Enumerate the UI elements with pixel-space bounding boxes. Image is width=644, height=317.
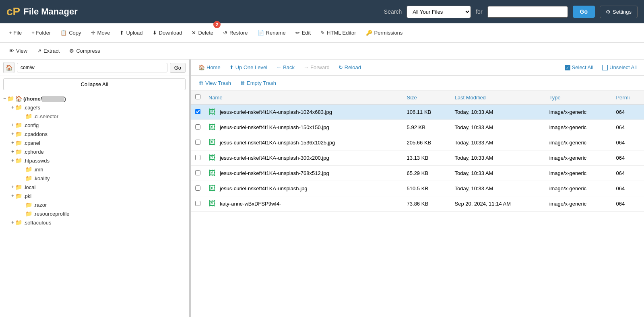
row-checkbox[interactable] bbox=[195, 170, 200, 175]
row-checkbox[interactable] bbox=[195, 109, 200, 114]
tree-item-local[interactable]: + 📁 .local bbox=[11, 183, 186, 191]
table-row[interactable]: 🖼 jesus-curiel-nskeft4t1KA-unsplash-1536… bbox=[191, 135, 644, 150]
row-name-cell: 🖼 jesus-curiel-nskeft4t1KA-unsplash-768x… bbox=[204, 166, 403, 181]
table-row[interactable]: 🖼 jesus-curiel-nskeft4t1KA-unsplash-300x… bbox=[191, 150, 644, 166]
html-editor-button[interactable]: ✎ HTML Editor bbox=[316, 23, 361, 42]
reload-button[interactable]: ↻ Reload bbox=[334, 62, 365, 72]
row-size-cell: 510.5 KB bbox=[403, 181, 451, 196]
tree-item-pki[interactable]: + 📁 .pki bbox=[11, 191, 186, 200]
file-name: jesus-curiel-nskeft4t1KA-unsplash-1536x1… bbox=[220, 140, 335, 146]
table-row[interactable]: 🖼 katy-anne-wBxDFSP9wI4- 73.86 KB Sep 20… bbox=[191, 196, 644, 212]
extract-button[interactable]: ↗ Extract bbox=[32, 43, 64, 59]
col-perms-header[interactable]: Permi bbox=[612, 91, 644, 104]
col-size-header[interactable]: Size bbox=[403, 91, 451, 104]
table-row[interactable]: 🖼 jesus-curiel-nskeft4t1KA-unsplash-768x… bbox=[191, 166, 644, 181]
path-input[interactable] bbox=[17, 63, 167, 72]
copy-button[interactable]: 📋 Copy bbox=[56, 23, 86, 42]
row-size-cell: 73.86 KB bbox=[403, 196, 451, 212]
tree-item-htpasswds[interactable]: + 📁 .htpasswds bbox=[11, 156, 186, 165]
row-checkbox-cell[interactable] bbox=[191, 120, 204, 135]
expand-icon: + bbox=[11, 220, 14, 225]
tree-item-koality[interactable]: 📁 .koality bbox=[19, 174, 186, 183]
main-layout: 🏠 Go Collapse All − 📁 🏠 (/home/██████) +… bbox=[0, 60, 644, 317]
row-modified-cell: Today, 10:33 AM bbox=[451, 150, 545, 166]
delete-button[interactable]: ✕ Delete 2 bbox=[187, 23, 218, 42]
tree-item-imh[interactable]: 📁 .imh bbox=[19, 165, 186, 174]
tree-item-cpaddons[interactable]: + 📁 .cpaddons bbox=[11, 130, 186, 138]
forward-button[interactable]: → Forward bbox=[299, 62, 334, 72]
row-checkbox-cell[interactable] bbox=[191, 196, 204, 212]
row-checkbox[interactable] bbox=[195, 140, 200, 145]
row-checkbox[interactable] bbox=[195, 185, 200, 191]
row-modified-cell: Today, 10:33 AM bbox=[451, 181, 545, 196]
view-button[interactable]: 👁 View bbox=[4, 43, 32, 59]
row-checkbox-cell[interactable] bbox=[191, 135, 204, 150]
tree-label: .config bbox=[23, 122, 39, 128]
row-checkbox-cell[interactable] bbox=[191, 104, 204, 120]
col-name-header[interactable]: Name bbox=[204, 91, 403, 104]
new-folder-button[interactable]: + Folder bbox=[27, 23, 56, 42]
file-name: jesus-curiel-nskeft4t1KA-unsplash-150x15… bbox=[220, 124, 329, 130]
tree-item-cagefs[interactable]: + 📁 .cagefs bbox=[11, 103, 186, 112]
view-trash-button[interactable]: 🗑 View Trash bbox=[194, 78, 235, 88]
search-go-button[interactable]: Go bbox=[573, 6, 595, 18]
sidebar: 🏠 Go Collapse All − 📁 🏠 (/home/██████) +… bbox=[0, 60, 189, 317]
back-button[interactable]: ← Back bbox=[272, 62, 299, 72]
permissions-button[interactable]: 🔑 Permissions bbox=[361, 23, 408, 42]
file-icon: 🖼 bbox=[208, 138, 216, 147]
path-go-button[interactable]: Go bbox=[170, 63, 186, 73]
upload-button[interactable]: ⬆ Upload bbox=[115, 23, 147, 42]
rename-icon: 📄 bbox=[258, 30, 264, 36]
row-checkbox[interactable] bbox=[195, 124, 200, 130]
empty-trash-button[interactable]: 🗑 Empty Trash bbox=[236, 78, 280, 88]
col-modified-header[interactable]: Last Modified bbox=[451, 91, 545, 104]
compress-button[interactable]: ⚙ Compress bbox=[64, 43, 105, 59]
file-name: katy-anne-wBxDFSP9wI4- bbox=[220, 201, 281, 207]
new-file-button[interactable]: + File bbox=[4, 23, 27, 42]
download-button[interactable]: ⬇ Download bbox=[148, 23, 187, 42]
tree-item-root[interactable]: − 📁 🏠 (/home/██████) bbox=[3, 94, 186, 103]
row-type-cell: image/x-generic bbox=[545, 181, 612, 196]
home-nav-button[interactable]: 🏠 Home bbox=[194, 62, 225, 72]
unselect-all-button[interactable]: Unselect All bbox=[598, 62, 641, 72]
collapse-all-button[interactable]: Collapse All bbox=[3, 78, 186, 90]
table-row[interactable]: 🖼 jesus-curiel-nskeft4t1KA-unsplash-150x… bbox=[191, 120, 644, 135]
file-icon: 🖼 bbox=[208, 154, 216, 162]
home-icon-button[interactable]: 🏠 bbox=[3, 62, 14, 73]
tree-item-cphorde[interactable]: + 📁 .cphorde bbox=[11, 147, 186, 156]
tree-item-razor[interactable]: 📁 .razor bbox=[19, 200, 186, 209]
search-scope-select[interactable]: All Your Files File Names Only File Cont… bbox=[407, 6, 471, 18]
select-all-button[interactable]: ✓ Select All bbox=[561, 62, 597, 72]
folder-icon: 📁 bbox=[15, 104, 22, 111]
rename-button[interactable]: 📄 Rename bbox=[253, 23, 291, 42]
settings-button[interactable]: ⚙ Settings bbox=[600, 6, 638, 18]
up-one-level-button[interactable]: ⬆ Up One Level bbox=[225, 62, 272, 72]
forward-icon: → bbox=[303, 64, 309, 70]
tree-item-cpanel[interactable]: + 📁 .cpanel bbox=[11, 138, 186, 147]
cpanel-icon: cP bbox=[6, 5, 20, 18]
tree-item-resourceprofile[interactable]: 📁 .resourceprofile bbox=[19, 209, 186, 218]
edit-button[interactable]: ✏ Edit bbox=[291, 23, 316, 42]
restore-button[interactable]: ↺ Restore bbox=[218, 23, 253, 42]
search-label: Search bbox=[384, 8, 402, 15]
select-all-checkbox[interactable] bbox=[195, 94, 200, 99]
tree-item-softaculous[interactable]: + 📁 .softaculous bbox=[11, 218, 186, 227]
table-row[interactable]: 🖼 jesus-curiel-nskeft4t1KA-unsplash-1024… bbox=[191, 104, 644, 120]
tree-item-cl-selector[interactable]: 📁 .cl.selector bbox=[19, 112, 186, 121]
move-button[interactable]: ✛ Move bbox=[86, 23, 115, 42]
col-type-header[interactable]: Type bbox=[545, 91, 612, 104]
row-checkbox-cell[interactable] bbox=[191, 166, 204, 181]
row-name-cell: 🖼 jesus-curiel-nskeft4t1KA-unsplash-150x… bbox=[204, 120, 403, 135]
row-checkbox[interactable] bbox=[195, 155, 200, 160]
row-checkbox-cell[interactable] bbox=[191, 150, 204, 166]
row-checkbox[interactable] bbox=[195, 201, 200, 206]
col-checkbox[interactable] bbox=[191, 91, 204, 104]
folder-icon: 📁 bbox=[15, 157, 22, 164]
table-row[interactable]: 🖼 jesus-curiel-nskeft4t1KA-unsplash.jpg … bbox=[191, 181, 644, 196]
row-checkbox-cell[interactable] bbox=[191, 181, 204, 196]
file-table: Name Size Last Modified Type Permi 🖼 jes… bbox=[191, 91, 644, 212]
search-input[interactable] bbox=[487, 6, 568, 18]
folder-icon: 📁 bbox=[25, 175, 32, 181]
tree-item-config[interactable]: + 📁 .config bbox=[11, 121, 186, 130]
main-toolbar: + File + Folder 📋 Copy ✛ Move ⬆ Upload ⬇… bbox=[0, 23, 644, 43]
